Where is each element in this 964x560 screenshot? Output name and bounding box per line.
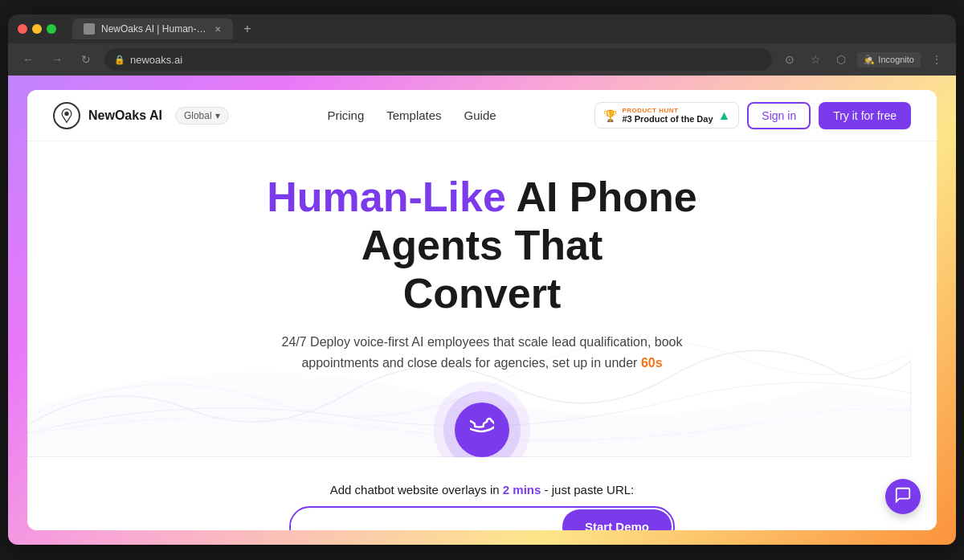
lock-icon: 🔒 (114, 55, 125, 65)
tab-favicon (84, 23, 95, 35)
url-input[interactable] (291, 510, 561, 530)
browser-tab-bar: NewOaks AI | Human-Like AI ... ✕ + (72, 18, 946, 40)
cta-input-row: Start Demo (289, 506, 675, 530)
cta-label-accent: 2 mins (503, 483, 541, 497)
cast-icon[interactable]: ⊙ (780, 50, 799, 69)
browser-toolbar: ← → ↻ 🔒 newoaks.ai ⊙ ☆ ⬡ 🕵 Incognito ⋮ (8, 43, 956, 76)
forward-button[interactable]: → (47, 49, 67, 70)
start-demo-button[interactable]: Start Demo (562, 509, 672, 530)
cta-label-after: - just paste URL: (541, 483, 634, 497)
chevron-down-icon: ▾ (215, 110, 220, 121)
incognito-label: Incognito (878, 55, 914, 64)
extension-icon[interactable]: ⬡ (831, 50, 851, 69)
nav-templates[interactable]: Templates (386, 108, 441, 122)
signin-button[interactable]: Sign in (747, 102, 811, 129)
product-hunt-text: PRODUCT HUNT #3 Product of the Day (622, 107, 713, 124)
hero-title: Human-Like AI Phone Agents ThatConvert (209, 174, 755, 317)
product-hunt-label: PRODUCT HUNT (622, 107, 713, 114)
refresh-button[interactable]: ↻ (76, 49, 96, 70)
global-badge[interactable]: Global ▾ (175, 107, 229, 125)
hero-subtitle-accent: 60s (641, 356, 663, 370)
logo-text: NewOaks AI (88, 108, 162, 123)
nav-guide[interactable]: Guide (464, 108, 496, 122)
tab-label: NewOaks AI | Human-Like AI ... (101, 23, 206, 35)
global-label: Global (184, 110, 212, 121)
trophy-icon: 🏆 (603, 109, 617, 122)
browser-titlebar: NewOaks AI | Human-Like AI ... ✕ + (8, 14, 956, 43)
cta-label-before: Add chatbot website overlays in (330, 483, 503, 497)
browser-tab[interactable]: NewOaks AI | Human-Like AI ... ✕ (72, 18, 233, 39)
hero-title-highlight: Human-Like (267, 174, 516, 220)
phone-button-container (455, 403, 509, 457)
cta-section: Add chatbot website overlays in 2 mins -… (27, 457, 937, 530)
try-free-button[interactable]: Try it for free (819, 102, 911, 129)
nav-links: Pricing Templates Guide (327, 108, 496, 122)
inner-page: NewOaks AI Global ▾ Pricing Templates Gu… (27, 90, 937, 530)
incognito-badge: 🕵 Incognito (857, 52, 921, 67)
svg-point-0 (65, 112, 68, 115)
cta-label: Add chatbot website overlays in 2 mins -… (330, 483, 635, 497)
site-nav: NewOaks AI Global ▾ Pricing Templates Gu… (27, 90, 937, 141)
maximize-traffic-light[interactable] (47, 24, 56, 34)
back-button[interactable]: ← (18, 49, 39, 70)
minimize-traffic-light[interactable] (32, 24, 42, 34)
tab-close-button[interactable]: ✕ (213, 23, 222, 35)
phone-call-button[interactable] (455, 403, 509, 457)
logo-icon (53, 102, 80, 129)
page-background: NewOaks AI Global ▾ Pricing Templates Gu… (8, 76, 956, 545)
logo-area: NewOaks AI Global ▾ (53, 102, 229, 129)
url-text: newoaks.ai (130, 54, 182, 66)
nav-right: 🏆 PRODUCT HUNT #3 Product of the Day ▲ S… (594, 102, 911, 129)
chat-widget-button[interactable] (885, 479, 921, 514)
new-tab-button[interactable]: + (236, 18, 259, 40)
address-bar[interactable]: 🔒 newoaks.ai (104, 48, 772, 71)
bookmark-icon[interactable]: ☆ (806, 50, 825, 69)
phone-icon (470, 415, 494, 444)
toolbar-actions: ⊙ ☆ ⬡ 🕵 Incognito ⋮ (780, 50, 946, 69)
arrow-up-icon: ▲ (718, 108, 731, 123)
nav-pricing[interactable]: Pricing (327, 108, 364, 122)
hero-subtitle-text: 24/7 Deploy voice-first AI employees tha… (282, 335, 683, 370)
chat-widget-icon (894, 486, 912, 508)
menu-icon[interactable]: ⋮ (927, 50, 946, 69)
hero-subtitle: 24/7 Deploy voice-first AI employees tha… (281, 332, 683, 373)
close-traffic-light[interactable] (18, 24, 27, 34)
incognito-icon: 🕵 (864, 55, 875, 65)
product-hunt-value: #3 Product of the Day (622, 114, 713, 124)
product-hunt-badge[interactable]: 🏆 PRODUCT HUNT #3 Product of the Day ▲ (594, 102, 739, 129)
hero-section: Human-Like AI Phone Agents ThatConvert 2… (27, 141, 937, 457)
traffic-lights (18, 24, 56, 34)
